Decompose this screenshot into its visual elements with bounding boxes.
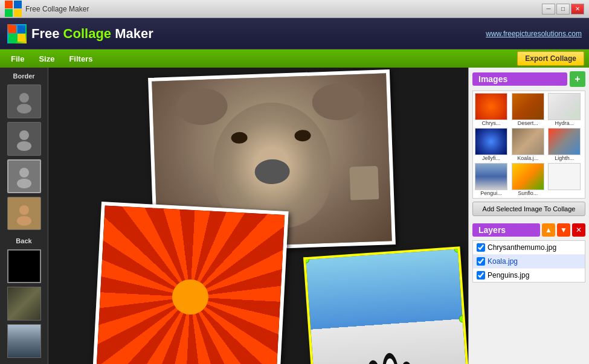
penguin-2 bbox=[381, 353, 399, 364]
chrysanthemum-photo[interactable] bbox=[92, 202, 288, 364]
layer-penguins[interactable]: Penguins.jpg bbox=[473, 269, 585, 282]
add-image-button[interactable]: + bbox=[570, 71, 585, 87]
hydrangea-thumb-label: Hydra... bbox=[548, 120, 581, 126]
back-style-gradient[interactable] bbox=[7, 324, 41, 358]
svg-point-3 bbox=[17, 141, 31, 151]
logo-quad-4 bbox=[14, 9, 22, 17]
handle-mr[interactable] bbox=[459, 315, 466, 323]
koala-ear-right bbox=[311, 83, 364, 121]
title-maker: Maker bbox=[111, 26, 153, 41]
thumbnails-grid: Chrys... Desert... Hydra... Jellyfi.. bbox=[472, 91, 585, 199]
chrysanthemum-thumb-label: Chrys... bbox=[475, 120, 507, 126]
add-to-collage-button[interactable]: Add Selected Image To Collage bbox=[472, 202, 585, 216]
titlebar-text: Free Collage Maker bbox=[25, 5, 89, 13]
layer-penguins-name: Penguins.jpg bbox=[488, 271, 581, 279]
left-panel: Border Back bbox=[0, 68, 48, 364]
desert-thumb-img bbox=[512, 93, 544, 120]
logo-green bbox=[8, 34, 16, 42]
logo-quad-3 bbox=[5, 9, 13, 17]
person-icon-1 bbox=[12, 89, 36, 113]
thumb-empty bbox=[548, 163, 583, 196]
app-header: Free Collage Maker www.freepicturesoluti… bbox=[0, 18, 589, 49]
layers-header: Layers ▲ ▼ ✕ bbox=[472, 223, 585, 237]
images-header: Images + bbox=[472, 71, 585, 87]
logo-yellow bbox=[18, 34, 25, 42]
back-style-black[interactable] bbox=[7, 249, 41, 283]
thumbnails-container: Chrys... Desert... Hydra... Jellyfi.. bbox=[472, 91, 585, 199]
menu-file[interactable]: File bbox=[5, 53, 30, 65]
layer-chrysanthemum-check[interactable] bbox=[477, 243, 485, 252]
app-icon bbox=[5, 1, 22, 18]
logo-quad-1 bbox=[5, 1, 13, 8]
border-label: Border bbox=[4, 72, 44, 80]
layer-koala-check[interactable] bbox=[477, 257, 485, 266]
window-controls: ─ □ ✕ bbox=[542, 4, 584, 14]
app-logo: Free Collage Maker bbox=[7, 24, 153, 43]
layer-up-button[interactable]: ▲ bbox=[542, 223, 555, 237]
koala-ear-left bbox=[176, 87, 228, 126]
jellyfish-thumb-label: Jellyfi... bbox=[475, 155, 507, 161]
layers-section: Layers ▲ ▼ ✕ Chrysanthemumo.jpg Koala.jp… bbox=[469, 220, 589, 364]
lighthouse-thumb-label: Lighth... bbox=[548, 155, 581, 161]
menu-bar: File Size Filters Export Collage bbox=[0, 49, 589, 68]
border-style-2[interactable] bbox=[7, 122, 41, 156]
koala-nose bbox=[254, 159, 291, 185]
border-style-3[interactable] bbox=[7, 159, 41, 193]
title-collage: Collage bbox=[63, 26, 111, 41]
svg-point-2 bbox=[19, 130, 29, 140]
logo-squares bbox=[8, 25, 25, 42]
title-free: Free bbox=[31, 26, 63, 41]
main-content: Border Back bbox=[0, 68, 589, 364]
layer-penguins-check[interactable] bbox=[477, 271, 485, 279]
border-style-4[interactable] bbox=[7, 197, 41, 231]
empty-slot bbox=[548, 163, 581, 190]
koala-paw bbox=[349, 166, 378, 200]
handle-tr[interactable] bbox=[454, 246, 462, 253]
person-icon-2 bbox=[12, 127, 36, 151]
hydrangea-thumb-img bbox=[548, 93, 581, 120]
koala-thumb-label: Koala.j... bbox=[512, 155, 544, 161]
thumb-desert[interactable]: Desert... bbox=[512, 93, 547, 126]
export-button[interactable]: Export Collage bbox=[517, 51, 584, 66]
koala-thumb-img bbox=[512, 128, 544, 155]
person-icon-4 bbox=[12, 202, 36, 226]
layer-delete-button[interactable]: ✕ bbox=[572, 223, 585, 237]
layer-down-button[interactable]: ▼ bbox=[557, 223, 570, 237]
lighthouse-thumb-img bbox=[548, 128, 581, 155]
jellyfish-thumb-img bbox=[475, 128, 507, 155]
thumb-koala[interactable]: Koala.j... bbox=[512, 128, 547, 161]
layer-chrysanthemum[interactable]: Chrysanthemumo.jpg bbox=[473, 241, 585, 255]
minimize-button[interactable]: ─ bbox=[542, 4, 555, 14]
penguins-group bbox=[313, 348, 468, 364]
logo-blue bbox=[18, 25, 25, 33]
thumb-hydrangea[interactable]: Hydra... bbox=[548, 93, 583, 126]
penguins-thumb-img bbox=[475, 163, 507, 190]
svg-point-0 bbox=[19, 93, 29, 103]
sunflowers-thumb-label: Sunflo... bbox=[512, 190, 544, 196]
title-bar: Free Collage Maker ─ □ ✕ bbox=[0, 0, 589, 18]
penguin-3 bbox=[400, 361, 414, 364]
svg-point-7 bbox=[17, 216, 31, 226]
penguins-photo[interactable] bbox=[303, 246, 468, 364]
back-style-texture[interactable] bbox=[7, 287, 41, 321]
sunflowers-thumb-img bbox=[512, 163, 544, 190]
menu-filters[interactable]: Filters bbox=[63, 53, 98, 65]
thumb-lighthouse[interactable]: Lighth... bbox=[548, 128, 583, 161]
menu-size[interactable]: Size bbox=[33, 53, 60, 65]
thumb-jellyfish[interactable]: Jellyfi... bbox=[475, 128, 510, 161]
chrysanthemum-thumb-img bbox=[475, 93, 507, 120]
logo-icon bbox=[7, 24, 27, 43]
thumb-sunflowers[interactable]: Sunflo... bbox=[512, 163, 547, 196]
layers-list: Chrysanthemumo.jpg Koala.jpg Penguins.jp… bbox=[472, 240, 585, 283]
title-bar-left: Free Collage Maker bbox=[5, 1, 89, 18]
border-style-1[interactable] bbox=[7, 85, 41, 118]
canvas-area[interactable] bbox=[48, 68, 468, 364]
thumb-chrysanthemum[interactable]: Chrys... bbox=[475, 93, 510, 126]
close-button[interactable]: ✕ bbox=[571, 4, 584, 14]
maximize-button[interactable]: □ bbox=[556, 4, 570, 14]
penguins-thumb-label: Pengui... bbox=[475, 190, 507, 196]
thumb-penguins[interactable]: Pengui... bbox=[475, 163, 510, 196]
images-section: Images + Chrys... Desert... bbox=[469, 68, 589, 220]
layer-koala[interactable]: Koala.jpg bbox=[473, 255, 585, 269]
website-link[interactable]: www.freepicturesolutions.com bbox=[486, 30, 582, 38]
